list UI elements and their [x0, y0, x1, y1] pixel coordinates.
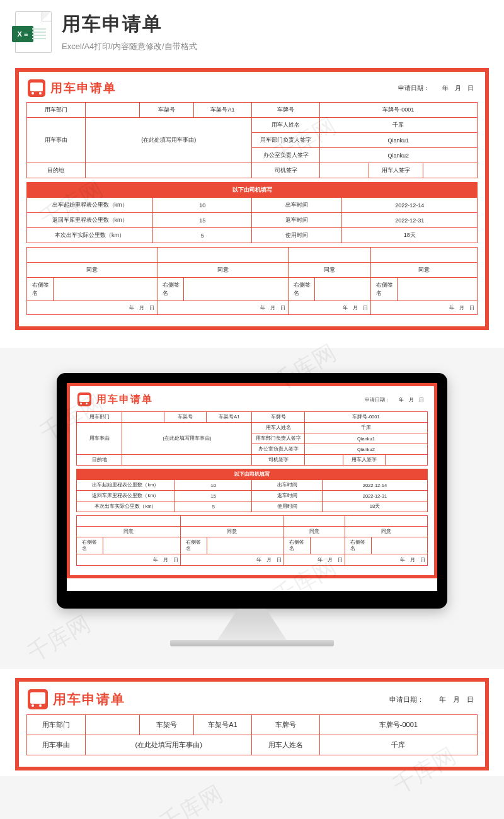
apply-date-value: 年 月 日: [399, 396, 424, 403]
basic-info-table: 用车部门 车架号 车架号A1 车牌号 车牌号-0001 用车事由 (在此处填写用…: [26, 102, 478, 178]
driver-r2-r: 使用时间: [252, 228, 342, 243]
driver-r2-l: 本次出车实际公里数（km）: [27, 228, 153, 243]
driver-sign-value: [319, 163, 369, 178]
user-name-label: 用车人姓名: [252, 118, 319, 133]
user-name-value: 千库: [319, 118, 477, 133]
approval-sig-0: [54, 278, 158, 301]
approval-h3: 总经理审核意见: [370, 248, 477, 263]
plate-label: 车牌号: [252, 103, 319, 118]
monitor-stand: [217, 609, 287, 640]
bus-icon: [28, 79, 45, 97]
apply-date-label: 申请日期：: [398, 84, 430, 93]
driver-r2-rv: 18天: [342, 228, 478, 243]
bus-icon: [77, 392, 91, 406]
excel-badge-icon: X ≡: [12, 26, 33, 42]
approval-date-1: 年 月 日: [158, 301, 288, 315]
monitor-base: [170, 640, 334, 646]
apply-date-label: 申请日期：: [389, 695, 424, 704]
approval-sig-label-3: 右侧签名: [370, 278, 397, 301]
approvals-table: 行政部门审核意见 财务部门审核意见 副总审核意见 总经理审核意见 同意 同意 同…: [26, 247, 478, 315]
reason-placeholder: (在此处填写用车事由): [85, 118, 252, 163]
driver-r0-r: 出车时间: [252, 198, 342, 213]
dept-head-sign-label: 用车部门负责人签字: [252, 133, 319, 148]
apply-date-value: 年 月 日: [442, 84, 474, 93]
driver-r0-rv: 2022-12-14: [342, 198, 478, 213]
bottom-crop-preview: 用车申请单 申请日期： 年 月 日 用车部门 车架号 车架号A1 车牌号 车牌号…: [0, 669, 504, 776]
approval-sig-3: [397, 278, 477, 301]
frame-label: 车架号: [139, 103, 193, 118]
driver-section-title: 以下由司机填写: [27, 183, 478, 198]
driver-r2-lv: 5: [153, 228, 252, 243]
driver-r1-lv: 15: [153, 213, 252, 228]
plate-value: 车牌号-0001: [319, 103, 477, 118]
user-sign-label: 用车人签字: [369, 163, 423, 178]
user-sign-value: [423, 163, 478, 178]
approval-sig-label-1: 右侧签名: [158, 278, 184, 301]
driver-r1-rv: 2022-12-31: [342, 213, 478, 228]
apply-date-label: 申请日期：: [365, 396, 390, 403]
dept-value: [85, 103, 139, 118]
form-title: 用车申请单: [53, 690, 125, 708]
approval-sig-label-2: 右侧签名: [288, 278, 314, 301]
dept-label: 用车部门: [27, 103, 86, 118]
driver-fill-table: 以下由司机填写 出车起始里程表公里数（km） 10 出车时间 2022-12-1…: [26, 182, 478, 243]
approval-date-2: 年 月 日: [288, 301, 370, 315]
frame-value: 车架号A1: [193, 103, 252, 118]
driver-sign-label: 司机签字: [252, 163, 319, 178]
page-header: X ≡ 用车申请单 Excel/A4打印/内容随意修改/自带格式: [0, 0, 504, 59]
approval-date-3: 年 月 日: [370, 301, 477, 315]
excel-file-icon: X ≡: [15, 11, 52, 53]
vehicle-request-form: 用车申请单 申请日期： 年 月 日 用车部门 车架号 车架号A1 车牌号 车牌号…: [15, 68, 489, 330]
approval-sig-1: [184, 278, 288, 301]
monitor-mockup: 用车申请单 申请日期： 年 月 日 用车部门 车架号 车架号A1: [57, 373, 447, 609]
apply-date-value: 年 月 日: [439, 695, 474, 704]
dest-value: [85, 163, 252, 178]
approval-sig-2: [314, 278, 370, 301]
approval-h0: 行政部门审核意见: [27, 248, 158, 263]
driver-r0-l: 出车起始里程表公里数（km）: [27, 198, 153, 213]
form-title: 用车申请单: [50, 80, 117, 96]
approval-consent-1: 同意: [158, 263, 288, 278]
office-head-sign-value: Qianku2: [319, 148, 477, 163]
approval-consent-2: 同意: [288, 263, 370, 278]
office-head-sign-label: 办公室负责人签字: [252, 148, 319, 163]
driver-r0-lv: 10: [153, 198, 252, 213]
driver-r1-l: 返回车库里程表公里数（km）: [27, 213, 153, 228]
dest-label: 目的地: [27, 163, 86, 178]
approval-sig-label-0: 右侧签名: [27, 278, 54, 301]
approval-date-0: 年 月 日: [27, 301, 158, 315]
watermark: 千库网: [154, 779, 229, 819]
approval-h2: 副总审核意见: [288, 248, 370, 263]
reason-label: 用车事由: [27, 118, 86, 163]
page-title: 用车申请单: [62, 11, 197, 37]
dept-head-sign-value: Qianku1: [319, 133, 477, 148]
approval-consent-0: 同意: [27, 263, 158, 278]
approval-consent-3: 同意: [370, 263, 477, 278]
driver-r1-r: 返车时间: [252, 213, 342, 228]
bus-icon: [28, 689, 48, 709]
form-title: 用车申请单: [96, 393, 153, 406]
page-subtitle: Excel/A4打印/内容随意修改/自带格式: [62, 41, 197, 52]
approval-h1: 财务部门审核意见: [158, 248, 288, 263]
